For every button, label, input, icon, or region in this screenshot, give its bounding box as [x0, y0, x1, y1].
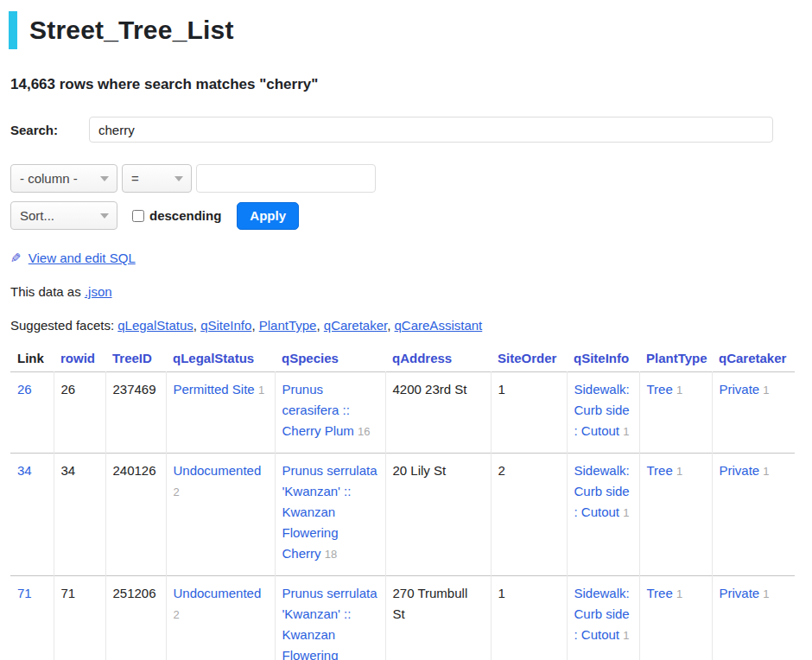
- planttype-link[interactable]: Tree: [647, 382, 673, 397]
- table-row: 71 71 251206 Undocumented 2 Prunus serru…: [10, 576, 795, 660]
- table-row: 34 34 240126 Undocumented 2 Prunus serru…: [10, 454, 795, 576]
- qaddress-cell: 270 Trumbull St: [385, 576, 491, 660]
- facet-count: 1: [676, 384, 682, 397]
- facet-separator: ,: [316, 318, 323, 333]
- planttype-link[interactable]: Tree: [647, 463, 673, 478]
- search-form: Search:: [10, 117, 773, 143]
- qlegalstatus-link[interactable]: Undocumented: [174, 463, 262, 478]
- column-header-siteorder[interactable]: SiteOrder: [498, 351, 556, 365]
- facet-link-qsiteinfo[interactable]: qSiteInfo: [200, 318, 251, 333]
- row-link[interactable]: 34: [17, 463, 32, 478]
- qspecies-link[interactable]: Prunus serrulata 'Kwanzan' :: Kwanzan Fl…: [282, 463, 377, 561]
- facet-link-planttype[interactable]: PlantType: [259, 318, 317, 333]
- sort-row: Sort... descending Apply: [10, 201, 812, 230]
- column-select[interactable]: - column -: [10, 164, 117, 193]
- results-table: Link rowid TreeID qLegalStatus qSpecies …: [10, 346, 795, 660]
- view-edit-sql-link[interactable]: View and edit SQL: [29, 251, 136, 265]
- qcaretaker-link[interactable]: Private: [720, 382, 760, 397]
- siteorder-cell: 1: [491, 372, 567, 454]
- facet-separator: ,: [193, 318, 200, 333]
- siteorder-cell: 1: [491, 576, 567, 660]
- rowid-cell: 71: [54, 576, 105, 660]
- facet-separator: ,: [387, 318, 394, 333]
- descending-checkbox[interactable]: [132, 210, 144, 222]
- filter-value-input[interactable]: [196, 164, 376, 193]
- rowid-cell: 26: [54, 372, 105, 454]
- qlegalstatus-link[interactable]: Undocumented: [174, 586, 262, 600]
- column-header-qlegalstatus[interactable]: qLegalStatus: [173, 351, 254, 365]
- facet-count: 1: [676, 465, 682, 478]
- facet-link-qcaretaker[interactable]: qCaretaker: [324, 318, 387, 333]
- qaddress-cell: 20 Lily St: [385, 454, 491, 576]
- qsiteinfo-link[interactable]: Sidewalk: Curb side : Cutout: [574, 463, 630, 519]
- column-header-qaddress[interactable]: qAddress: [392, 351, 452, 365]
- qlegalstatus-link[interactable]: Permitted Site: [174, 382, 255, 397]
- row-link[interactable]: 71: [17, 586, 32, 600]
- search-input[interactable]: [89, 117, 773, 143]
- facet-link-qcareassistant[interactable]: qCareAssistant: [395, 318, 483, 333]
- page-title: Street_Tree_List: [9, 11, 812, 49]
- facet-link-qlegalstatus[interactable]: qLegalStatus: [117, 318, 193, 333]
- facet-count: 1: [763, 465, 769, 478]
- data-as-prefix: This data as: [10, 284, 85, 299]
- column-header-link: Link: [10, 346, 54, 372]
- qsiteinfo-link[interactable]: Sidewalk: Curb side : Cutout: [574, 382, 630, 438]
- column-header-treeid[interactable]: TreeID: [112, 351, 152, 365]
- table-row: 26 26 237469 Permitted Site 1 Prunus cer…: [10, 372, 795, 454]
- facet-count: 1: [623, 506, 629, 519]
- facet-count: 1: [676, 587, 682, 600]
- facet-count: 1: [258, 384, 264, 397]
- descending-label: descending: [149, 208, 221, 223]
- column-header-qcaretaker[interactable]: qCaretaker: [719, 351, 786, 365]
- facets-prefix: Suggested facets:: [10, 318, 117, 333]
- facet-count: 18: [325, 548, 337, 561]
- column-header-rowid[interactable]: rowid: [60, 351, 95, 365]
- qsiteinfo-link[interactable]: Sidewalk: Curb side : Cutout: [574, 586, 630, 642]
- planttype-link[interactable]: Tree: [647, 586, 673, 600]
- suggested-facets: Suggested facets: qLegalStatus, qSiteInf…: [10, 318, 812, 333]
- facet-count: 16: [358, 425, 370, 438]
- qcaretaker-link[interactable]: Private: [720, 463, 760, 478]
- qspecies-link[interactable]: Prunus serrulata 'Kwanzan' :: Kwanzan Fl…: [282, 586, 377, 660]
- facet-count: 1: [763, 384, 769, 397]
- rowid-cell: 34: [54, 454, 105, 576]
- treeid-cell: 251206: [105, 576, 166, 660]
- column-header-planttype[interactable]: PlantType: [646, 351, 707, 365]
- facet-count: 2: [174, 485, 180, 498]
- table-header-row: Link rowid TreeID qLegalStatus qSpecies …: [10, 346, 795, 372]
- treeid-cell: 237469: [105, 372, 166, 454]
- qspecies-link[interactable]: Prunus cerasifera :: Cherry Plum: [282, 382, 354, 438]
- facet-count: 2: [174, 608, 180, 621]
- siteorder-cell: 2: [491, 454, 567, 576]
- facet-count: 1: [763, 587, 769, 600]
- json-link[interactable]: .json: [85, 284, 112, 299]
- filter-row: - column - =: [10, 164, 812, 193]
- sort-select[interactable]: Sort...: [10, 201, 117, 230]
- column-header-qspecies[interactable]: qSpecies: [282, 351, 339, 365]
- treeid-cell: 240126: [105, 454, 166, 576]
- qaddress-cell: 4200 23rd St: [385, 372, 491, 454]
- search-label: Search:: [10, 123, 89, 137]
- facet-count: 1: [623, 425, 629, 438]
- operator-select[interactable]: =: [122, 164, 192, 193]
- facet-count: 1: [623, 629, 629, 642]
- row-link[interactable]: 26: [17, 382, 32, 397]
- row-count-summary: 14,663 rows where search matches "cherry…: [10, 76, 802, 93]
- apply-button[interactable]: Apply: [237, 202, 299, 230]
- column-header-qsiteinfo[interactable]: qSiteInfo: [574, 351, 629, 365]
- qcaretaker-link[interactable]: Private: [720, 586, 760, 600]
- facet-separator: ,: [251, 318, 258, 333]
- pencil-icon: ✎: [10, 251, 22, 266]
